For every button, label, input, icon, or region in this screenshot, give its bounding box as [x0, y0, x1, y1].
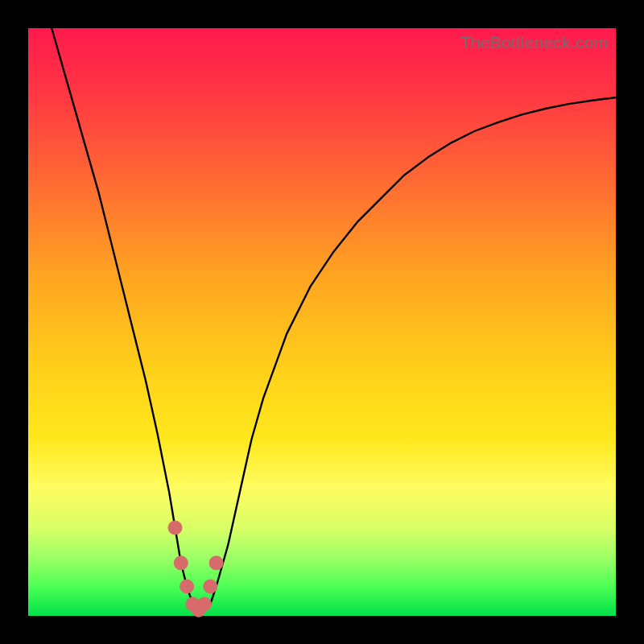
highlight-dot	[174, 555, 188, 570]
highlight-dot	[209, 555, 224, 570]
highlight-dot	[197, 597, 212, 611]
bottleneck-curve-line	[52, 28, 616, 610]
highlight-dot	[168, 521, 183, 535]
chart-frame: TheBottleneck.com	[0, 0, 644, 644]
highlight-dot	[180, 580, 194, 594]
chart-svg	[28, 28, 616, 616]
plot-area: TheBottleneck.com	[28, 28, 616, 616]
highlight-dot	[203, 580, 217, 594]
